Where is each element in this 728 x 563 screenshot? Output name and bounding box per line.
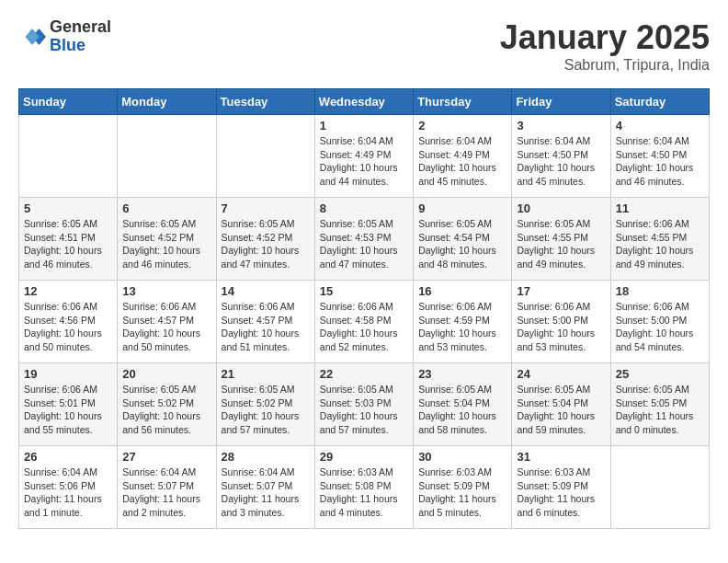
calendar-cell: 3Sunrise: 6:04 AM Sunset: 4:50 PM Daylig… xyxy=(512,115,610,198)
calendar-cell: 8Sunrise: 6:05 AM Sunset: 4:53 PM Daylig… xyxy=(314,198,413,281)
day-number: 14 xyxy=(222,284,310,298)
day-header-friday: Friday xyxy=(512,89,610,115)
calendar-cell: 14Sunrise: 6:06 AM Sunset: 4:57 PM Dayli… xyxy=(216,281,314,363)
page-header: General Blue January 2025 Sabrum, Tripur… xyxy=(18,18,710,74)
cell-info: Sunrise: 6:06 AM Sunset: 4:57 PM Dayligh… xyxy=(222,300,310,354)
calendar-cell: 28Sunrise: 6:04 AM Sunset: 5:07 PM Dayli… xyxy=(216,446,314,529)
calendar-cell: 1Sunrise: 6:04 AM Sunset: 4:49 PM Daylig… xyxy=(314,115,413,198)
cell-info: Sunrise: 6:06 AM Sunset: 4:58 PM Dayligh… xyxy=(320,300,408,354)
cell-info: Sunrise: 6:05 AM Sunset: 4:55 PM Dayligh… xyxy=(517,217,605,271)
day-number: 2 xyxy=(418,119,506,132)
calendar-cell xyxy=(118,115,216,198)
calendar-cell: 31Sunrise: 6:03 AM Sunset: 5:09 PM Dayli… xyxy=(512,446,610,529)
logo: General Blue xyxy=(18,18,111,55)
calendar-cell: 4Sunrise: 6:04 AM Sunset: 4:50 PM Daylig… xyxy=(610,115,709,198)
cell-info: Sunrise: 6:05 AM Sunset: 5:04 PM Dayligh… xyxy=(418,383,506,437)
cell-info: Sunrise: 6:04 AM Sunset: 5:07 PM Dayligh… xyxy=(122,465,210,520)
calendar-cell: 20Sunrise: 6:05 AM Sunset: 5:02 PM Dayli… xyxy=(118,363,216,446)
calendar-cell: 18Sunrise: 6:06 AM Sunset: 5:00 PM Dayli… xyxy=(610,281,709,363)
calendar-cell: 23Sunrise: 6:05 AM Sunset: 5:04 PM Dayli… xyxy=(414,363,512,446)
calendar-cell: 7Sunrise: 6:05 AM Sunset: 4:52 PM Daylig… xyxy=(216,198,314,281)
calendar-header: SundayMondayTuesdayWednesdayThursdayFrid… xyxy=(19,89,710,115)
day-number: 6 xyxy=(122,201,210,215)
day-number: 17 xyxy=(517,284,605,298)
cell-info: Sunrise: 6:05 AM Sunset: 5:02 PM Dayligh… xyxy=(122,383,210,437)
day-number: 22 xyxy=(320,367,408,381)
day-number: 11 xyxy=(616,201,704,215)
day-number: 15 xyxy=(320,284,408,298)
day-header-row: SundayMondayTuesdayWednesdayThursdayFrid… xyxy=(19,89,710,115)
cell-info: Sunrise: 6:05 AM Sunset: 5:04 PM Dayligh… xyxy=(517,383,605,437)
cell-info: Sunrise: 6:06 AM Sunset: 5:00 PM Dayligh… xyxy=(517,300,605,354)
calendar-cell: 11Sunrise: 6:06 AM Sunset: 4:55 PM Dayli… xyxy=(610,198,709,281)
logo-text: General Blue xyxy=(50,18,111,55)
calendar-cell xyxy=(19,115,118,198)
calendar-cell: 25Sunrise: 6:05 AM Sunset: 5:05 PM Dayli… xyxy=(610,363,709,446)
week-row-2: 5Sunrise: 6:05 AM Sunset: 4:51 PM Daylig… xyxy=(19,198,710,281)
calendar-body: 1Sunrise: 6:04 AM Sunset: 4:49 PM Daylig… xyxy=(19,115,710,529)
week-row-4: 19Sunrise: 6:06 AM Sunset: 5:01 PM Dayli… xyxy=(19,363,710,446)
cell-info: Sunrise: 6:05 AM Sunset: 5:03 PM Dayligh… xyxy=(320,383,408,437)
week-row-3: 12Sunrise: 6:06 AM Sunset: 4:56 PM Dayli… xyxy=(19,281,710,363)
calendar-cell: 26Sunrise: 6:04 AM Sunset: 5:06 PM Dayli… xyxy=(19,446,118,529)
cell-info: Sunrise: 6:05 AM Sunset: 5:02 PM Dayligh… xyxy=(222,383,310,437)
cell-info: Sunrise: 6:06 AM Sunset: 5:00 PM Dayligh… xyxy=(616,300,704,354)
cell-info: Sunrise: 6:05 AM Sunset: 5:05 PM Dayligh… xyxy=(616,383,704,437)
cell-info: Sunrise: 6:05 AM Sunset: 4:52 PM Dayligh… xyxy=(122,217,210,271)
day-header-saturday: Saturday xyxy=(610,89,709,115)
day-header-tuesday: Tuesday xyxy=(216,89,314,115)
calendar-cell xyxy=(610,446,709,529)
cell-info: Sunrise: 6:05 AM Sunset: 4:53 PM Dayligh… xyxy=(320,217,408,271)
cell-info: Sunrise: 6:05 AM Sunset: 4:52 PM Dayligh… xyxy=(222,217,310,271)
logo-blue-label: Blue xyxy=(50,37,111,55)
day-number: 16 xyxy=(418,284,506,298)
location-label: Sabrum, Tripura, India xyxy=(500,57,710,74)
day-header-sunday: Sunday xyxy=(19,89,118,115)
day-number: 29 xyxy=(320,450,408,464)
cell-info: Sunrise: 6:04 AM Sunset: 5:06 PM Dayligh… xyxy=(24,465,112,520)
day-number: 13 xyxy=(122,284,210,298)
day-number: 7 xyxy=(222,201,310,215)
day-number: 10 xyxy=(517,201,605,215)
month-title: January 2025 xyxy=(500,18,710,57)
cell-info: Sunrise: 6:04 AM Sunset: 5:07 PM Dayligh… xyxy=(222,465,310,520)
day-header-monday: Monday xyxy=(118,89,216,115)
logo-general-label: General xyxy=(50,18,111,37)
calendar-cell: 22Sunrise: 6:05 AM Sunset: 5:03 PM Dayli… xyxy=(314,363,413,446)
day-number: 3 xyxy=(517,119,605,132)
week-row-5: 26Sunrise: 6:04 AM Sunset: 5:06 PM Dayli… xyxy=(19,446,710,529)
calendar-table: SundayMondayTuesdayWednesdayThursdayFrid… xyxy=(18,88,710,529)
cell-info: Sunrise: 6:04 AM Sunset: 4:49 PM Dayligh… xyxy=(418,134,506,189)
day-number: 12 xyxy=(24,284,112,298)
cell-info: Sunrise: 6:04 AM Sunset: 4:50 PM Dayligh… xyxy=(616,134,704,189)
day-number: 28 xyxy=(222,450,310,464)
cell-info: Sunrise: 6:04 AM Sunset: 4:49 PM Dayligh… xyxy=(320,134,408,189)
calendar-cell: 30Sunrise: 6:03 AM Sunset: 5:09 PM Dayli… xyxy=(414,446,512,529)
calendar-cell xyxy=(216,115,314,198)
day-number: 27 xyxy=(122,450,210,464)
day-number: 26 xyxy=(24,450,112,464)
calendar-cell: 17Sunrise: 6:06 AM Sunset: 5:00 PM Dayli… xyxy=(512,281,610,363)
logo-icon xyxy=(18,23,46,51)
day-header-wednesday: Wednesday xyxy=(314,89,413,115)
calendar-cell: 6Sunrise: 6:05 AM Sunset: 4:52 PM Daylig… xyxy=(118,198,216,281)
day-number: 19 xyxy=(24,367,112,381)
cell-info: Sunrise: 6:06 AM Sunset: 4:56 PM Dayligh… xyxy=(24,300,112,354)
day-number: 5 xyxy=(24,201,112,215)
day-number: 24 xyxy=(517,367,605,381)
cell-info: Sunrise: 6:03 AM Sunset: 5:08 PM Dayligh… xyxy=(320,465,408,520)
day-number: 21 xyxy=(222,367,310,381)
calendar-cell: 9Sunrise: 6:05 AM Sunset: 4:54 PM Daylig… xyxy=(414,198,512,281)
cell-info: Sunrise: 6:06 AM Sunset: 4:57 PM Dayligh… xyxy=(122,300,210,354)
calendar-cell: 24Sunrise: 6:05 AM Sunset: 5:04 PM Dayli… xyxy=(512,363,610,446)
day-number: 18 xyxy=(616,284,704,298)
cell-info: Sunrise: 6:03 AM Sunset: 5:09 PM Dayligh… xyxy=(517,465,605,520)
calendar-cell: 29Sunrise: 6:03 AM Sunset: 5:08 PM Dayli… xyxy=(314,446,413,529)
day-number: 8 xyxy=(320,201,408,215)
calendar-cell: 15Sunrise: 6:06 AM Sunset: 4:58 PM Dayli… xyxy=(314,281,413,363)
cell-info: Sunrise: 6:06 AM Sunset: 4:59 PM Dayligh… xyxy=(418,300,506,354)
cell-info: Sunrise: 6:03 AM Sunset: 5:09 PM Dayligh… xyxy=(418,465,506,520)
day-number: 30 xyxy=(418,450,506,464)
day-number: 9 xyxy=(418,201,506,215)
title-block: January 2025 Sabrum, Tripura, India xyxy=(500,18,710,74)
